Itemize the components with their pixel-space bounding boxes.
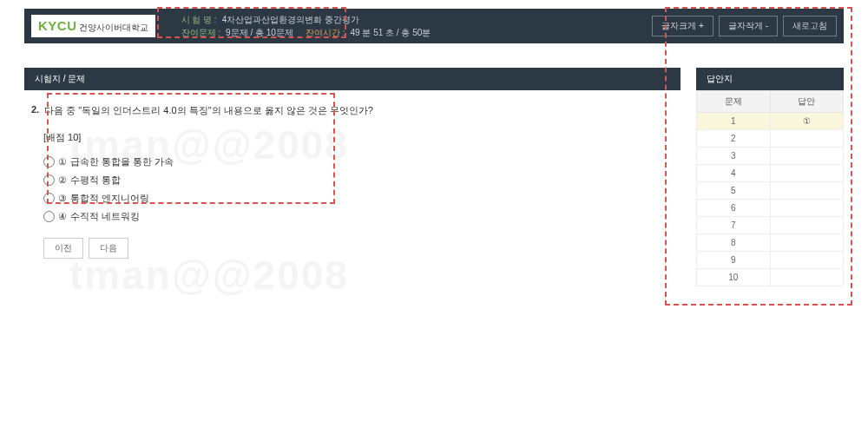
answer-row-val xyxy=(770,182,844,200)
option-radio[interactable] xyxy=(43,156,55,168)
exam-name-value: 4차산업과산업환경의변화 중간평가 xyxy=(222,13,359,26)
answer-row-num: 5 xyxy=(697,182,771,200)
option-marker: ④ xyxy=(58,211,67,222)
question-area: 2. 다음 중 "독일의 인더스트리 4.0의 특징"의 내용으로 옳지 않은 … xyxy=(24,90,681,266)
question-number: 2. xyxy=(31,104,39,117)
remaining-time-value: 49 분 51 초 / 총 50분 xyxy=(350,26,431,39)
answer-row-val xyxy=(770,217,844,234)
answer-row-val xyxy=(770,130,844,148)
answer-col-a: 답안 xyxy=(770,91,844,113)
option-2[interactable]: ②수평적 통합 xyxy=(43,171,674,189)
answer-row-num: 7 xyxy=(697,217,771,234)
answer-section-header: 답안지 xyxy=(696,68,844,90)
answer-table: 문제 답안 1①2345678910 xyxy=(696,90,844,286)
exam-name-label: 시 험 명 : xyxy=(181,13,217,26)
answer-row-num: 3 xyxy=(697,148,771,165)
remaining-time-label: 잔여시간 : xyxy=(306,26,345,39)
answer-row-num: 10 xyxy=(697,269,771,286)
option-marker: ① xyxy=(58,156,67,168)
answer-row-val xyxy=(770,252,844,269)
answer-row-num: 2 xyxy=(697,130,771,148)
main-column: 시험지 / 문제 2. 다음 중 "독일의 인더스트리 4.0의 특징"의 내용… xyxy=(24,68,681,286)
answer-row-num: 6 xyxy=(697,200,771,217)
remaining-q-value: 9문제 / 총 10문제 xyxy=(226,26,293,39)
exam-info: 시 험 명 : 4차산업과산업환경의변화 중간평가 잔여문제 : 9문제 / 총… xyxy=(181,13,653,39)
option-marker: ③ xyxy=(58,193,67,204)
option-radio[interactable] xyxy=(43,211,55,222)
option-1[interactable]: ①급속한 통합을 통한 가속 xyxy=(43,153,674,171)
refresh-button[interactable]: 새로고침 xyxy=(783,16,837,36)
answer-row-num: 1 xyxy=(697,113,771,130)
answer-row-val xyxy=(770,148,844,165)
header-buttons: 글자크게 + 글자작게 - 새로고침 xyxy=(652,16,837,36)
answer-row-num: 9 xyxy=(697,252,771,269)
option-3[interactable]: ③통합적 엔지니어링 xyxy=(43,189,674,207)
option-text: 급속한 통합을 통한 가속 xyxy=(70,155,174,168)
option-radio[interactable] xyxy=(43,193,55,204)
table-row[interactable]: 7 xyxy=(697,217,844,234)
next-button[interactable]: 다음 xyxy=(89,238,128,259)
prev-button[interactable]: 이전 xyxy=(43,238,83,259)
answer-col-q: 문제 xyxy=(697,91,771,113)
answer-row-val xyxy=(770,234,844,252)
table-row[interactable]: 5 xyxy=(697,182,844,200)
table-row[interactable]: 2 xyxy=(697,130,844,148)
table-row[interactable]: 10 xyxy=(697,269,844,286)
table-row[interactable]: 4 xyxy=(697,165,844,182)
option-radio[interactable] xyxy=(43,174,55,186)
answer-row-val: ① xyxy=(770,113,844,130)
options-list: ①급속한 통합을 통한 가속②수평적 통합③통합적 엔지니어링④수직적 네트워킹 xyxy=(43,153,674,226)
question-section-header: 시험지 / 문제 xyxy=(24,68,681,90)
option-marker: ② xyxy=(58,174,67,186)
logo-main: KYCU xyxy=(38,18,77,33)
remaining-q-label: 잔여문제 : xyxy=(181,26,221,39)
table-row[interactable]: 6 xyxy=(697,200,844,217)
answer-row-num: 4 xyxy=(697,165,771,182)
logo: KYCU건양사이버대학교 xyxy=(31,15,155,37)
option-4[interactable]: ④수직적 네트워킹 xyxy=(43,207,674,226)
answer-row-val xyxy=(770,269,844,286)
table-row[interactable]: 9 xyxy=(697,252,844,269)
font-decrease-button[interactable]: 글자작게 - xyxy=(719,16,778,36)
table-row[interactable]: 3 xyxy=(697,148,844,165)
answer-row-val xyxy=(770,200,844,217)
side-column: 답안지 문제 답안 1①2345678910 xyxy=(696,68,844,286)
question-text: 다음 중 "독일의 인더스트리 4.0의 특징"의 내용으로 옳지 않은 것은 … xyxy=(44,104,373,117)
option-text: 수평적 통합 xyxy=(70,174,121,187)
top-header: KYCU건양사이버대학교 시 험 명 : 4차산업과산업환경의변화 중간평가 잔… xyxy=(24,9,844,43)
answer-row-val xyxy=(770,165,844,182)
table-row[interactable]: 8 xyxy=(697,234,844,252)
answer-row-num: 8 xyxy=(697,234,771,252)
question-points: [배점 10] xyxy=(43,131,674,144)
option-text: 통합적 엔지니어링 xyxy=(70,192,149,205)
font-increase-button[interactable]: 글자크게 + xyxy=(652,16,713,36)
option-text: 수직적 네트워킹 xyxy=(70,210,140,223)
logo-sub: 건양사이버대학교 xyxy=(79,23,148,32)
table-row[interactable]: 1① xyxy=(697,113,844,130)
